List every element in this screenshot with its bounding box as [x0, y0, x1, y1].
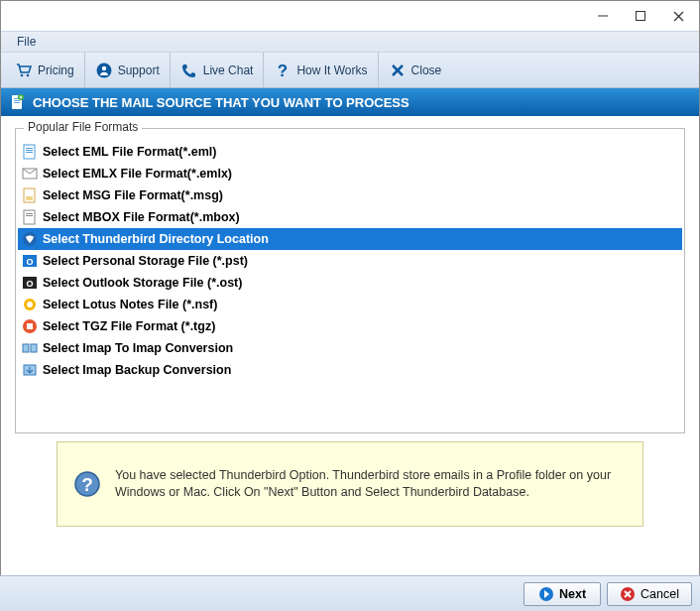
- svg-rect-38: [31, 344, 37, 352]
- info-text: You have selected Thunderbird Option. Th…: [115, 467, 627, 501]
- cancel-circle-icon: [620, 586, 636, 602]
- headset-icon: [95, 61, 113, 79]
- svg-text:O: O: [26, 257, 33, 267]
- outlook-pst-icon: O: [22, 253, 38, 269]
- info-box: ? You have selected Thunderbird Option. …: [57, 441, 643, 527]
- format-imap-to-imap[interactable]: Select Imap To Imap Conversion: [18, 337, 682, 359]
- thunderbird-icon: [22, 231, 38, 247]
- format-nsf[interactable]: Select Lotus Notes File (*.nsf): [18, 294, 682, 315]
- svg-point-34: [27, 302, 33, 307]
- maximize-button[interactable]: [622, 2, 659, 30]
- format-eml[interactable]: Select EML File Format(*.eml): [18, 141, 682, 163]
- close-window-button[interactable]: [659, 2, 697, 30]
- msg-file-icon: [22, 187, 38, 203]
- format-ost[interactable]: O Select Outlook Storage File (*.ost): [18, 272, 682, 294]
- document-plus-icon: [9, 94, 25, 110]
- format-imap2imap-label: Select Imap To Imap Conversion: [43, 339, 233, 357]
- format-thunderbird[interactable]: Select Thunderbird Directory Location: [18, 228, 682, 250]
- cancel-button[interactable]: Cancel: [607, 582, 692, 606]
- svg-rect-19: [26, 148, 33, 149]
- svg-point-7: [101, 65, 105, 69]
- format-eml-label: Select EML File Format(*.eml): [43, 143, 217, 161]
- format-tgz[interactable]: Select TGZ File Format (*.tgz): [18, 315, 682, 337]
- next-button[interactable]: Next: [524, 582, 601, 606]
- livechat-button[interactable]: Live Chat: [171, 53, 265, 87]
- phone-icon: [180, 61, 198, 79]
- menu-file[interactable]: File: [11, 33, 42, 51]
- svg-rect-1: [637, 12, 645, 21]
- format-ost-label: Select Outlook Storage File (*.ost): [43, 274, 242, 292]
- format-tgz-label: Select TGZ File Format (*.tgz): [43, 317, 215, 335]
- lotus-notes-icon: [22, 297, 38, 312]
- minimize-icon: [598, 11, 608, 21]
- svg-text:?: ?: [81, 474, 93, 495]
- svg-text:O: O: [26, 279, 33, 289]
- close-icon: [673, 11, 684, 22]
- format-msg-label: Select MSG File Format(*.msg): [43, 186, 223, 204]
- imap-backup-icon: [22, 362, 38, 378]
- format-emlx-label: Select EMLX File Format(*.emlx): [43, 165, 232, 183]
- support-label: Support: [118, 63, 160, 77]
- format-nsf-label: Select Lotus Notes File (*.nsf): [43, 296, 217, 313]
- svg-rect-24: [26, 196, 33, 200]
- format-mbox-label: Select MBOX File Format(*.mbox): [43, 208, 240, 226]
- howitworks-label: How It Works: [296, 63, 367, 77]
- page-title: CHOOSE THE MAIL SOURCE THAT YOU WANT TO …: [33, 95, 409, 110]
- x-icon: [389, 61, 407, 79]
- svg-rect-21: [26, 152, 33, 153]
- svg-rect-20: [26, 150, 33, 151]
- maximize-icon: [636, 11, 645, 21]
- pricing-button[interactable]: Pricing: [5, 53, 85, 87]
- tgz-archive-icon: [22, 318, 38, 334]
- close-app-button[interactable]: Close: [379, 53, 452, 87]
- question-icon: ?: [274, 61, 292, 79]
- svg-point-5: [27, 73, 30, 76]
- svg-rect-36: [27, 323, 33, 329]
- svg-rect-13: [14, 100, 20, 101]
- cancel-label: Cancel: [641, 587, 679, 601]
- format-thunderbird-label: Select Thunderbird Directory Location: [43, 230, 269, 248]
- footer-bar: Next Cancel: [0, 575, 700, 611]
- arrow-right-icon: [538, 586, 554, 602]
- format-imapbackup-label: Select Imap Backup Conversion: [43, 361, 231, 379]
- content-area: Popular File Formats Select EML File For…: [1, 116, 699, 533]
- format-msg[interactable]: Select MSG File Format(*.msg): [18, 184, 682, 206]
- svg-rect-37: [23, 344, 29, 352]
- svg-point-4: [21, 73, 24, 76]
- format-mbox[interactable]: Select MBOX File Format(*.mbox): [18, 206, 682, 228]
- page-header: CHOOSE THE MAIL SOURCE THAT YOU WANT TO …: [1, 88, 699, 116]
- format-pst-label: Select Personal Storage File (*.pst): [43, 252, 248, 270]
- mbox-file-icon: [22, 209, 38, 225]
- svg-rect-14: [14, 102, 20, 103]
- svg-rect-26: [26, 213, 33, 214]
- format-list: Select EML File Format(*.eml) Select EML…: [18, 141, 682, 381]
- format-emlx[interactable]: Select EMLX File Format(*.emlx): [18, 163, 682, 184]
- toolbar: Pricing Support Live Chat ? How It Works…: [1, 53, 699, 88]
- cart-icon: [15, 61, 33, 79]
- close-label: Close: [411, 63, 442, 77]
- next-label: Next: [559, 587, 586, 601]
- livechat-label: Live Chat: [203, 63, 254, 77]
- window-titlebar: [1, 1, 699, 31]
- outlook-ost-icon: O: [22, 275, 38, 291]
- formats-fieldset: Popular File Formats Select EML File For…: [15, 128, 685, 433]
- pricing-label: Pricing: [38, 63, 74, 77]
- support-button[interactable]: Support: [85, 53, 171, 87]
- format-pst[interactable]: O Select Personal Storage File (*.pst): [18, 250, 682, 272]
- question-circle-icon: ?: [73, 470, 101, 498]
- fieldset-legend: Popular File Formats: [24, 120, 142, 134]
- svg-text:?: ?: [278, 61, 288, 79]
- envelope-icon: [22, 166, 38, 182]
- eml-file-icon: [22, 144, 38, 160]
- svg-rect-27: [26, 215, 33, 216]
- svg-rect-25: [24, 210, 35, 224]
- howitworks-button[interactable]: ? How It Works: [264, 53, 378, 87]
- format-imap-backup[interactable]: Select Imap Backup Conversion: [18, 359, 682, 381]
- minimize-button[interactable]: [584, 2, 622, 30]
- menubar: File: [1, 31, 699, 53]
- imap-sync-icon: [22, 340, 38, 356]
